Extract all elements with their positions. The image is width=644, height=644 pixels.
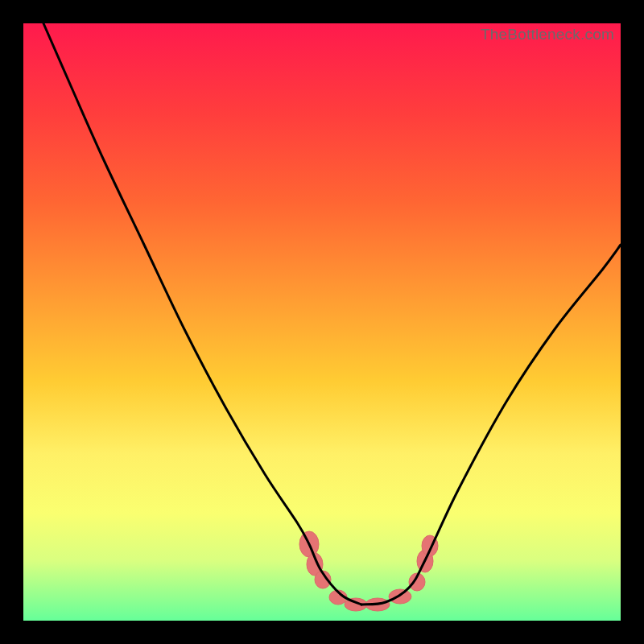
data-marker <box>389 589 411 604</box>
plot-area: TheBottleneck.com <box>23 23 621 621</box>
right-curve <box>361 245 621 605</box>
left-curve <box>43 23 361 605</box>
chart-frame: TheBottleneck.com <box>0 0 644 644</box>
chart-svg <box>23 23 621 621</box>
